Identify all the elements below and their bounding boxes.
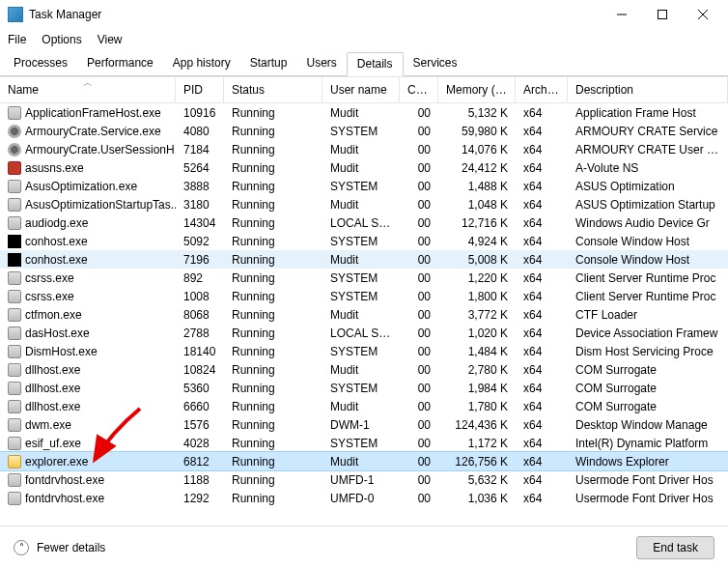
process-cpu: 00	[400, 143, 438, 156]
process-user: Mudit	[322, 400, 400, 413]
process-user: UMFD-0	[322, 492, 400, 505]
tab-app-history[interactable]: App history	[163, 52, 240, 75]
tab-users[interactable]: Users	[296, 52, 346, 75]
table-row[interactable]: dasHost.exe2788RunningLOCAL SE...001,020…	[0, 324, 728, 342]
table-row[interactable]: dwm.exe1576RunningDWM-100124,436 Kx64Des…	[0, 415, 728, 434]
process-status: Running	[224, 382, 322, 395]
process-arch: x64	[516, 253, 568, 267]
process-mem: 1,488 K	[438, 180, 516, 193]
process-desc: Usermode Font Driver Hos	[568, 473, 728, 487]
process-arch: x64	[516, 216, 568, 230]
table-row[interactable]: dllhost.exe5360RunningSYSTEM001,984 Kx64…	[0, 379, 728, 397]
table-row[interactable]: dllhost.exe10824RunningMudit002,780 Kx64…	[0, 360, 728, 379]
process-mem: 24,412 K	[438, 161, 516, 175]
col-name[interactable]: Name︿	[0, 77, 176, 102]
tab-processes[interactable]: Processes	[4, 52, 77, 75]
table-row[interactable]: dllhost.exe6660RunningMudit001,780 Kx64C…	[0, 397, 728, 415]
tab-services[interactable]: Services	[404, 52, 467, 75]
process-arch: x64	[516, 161, 568, 175]
process-icon	[8, 492, 21, 505]
process-name: dllhost.exe	[25, 363, 80, 377]
table-body[interactable]: ApplicationFrameHost.exe10916RunningMudi…	[0, 103, 728, 521]
table-row[interactable]: AsusOptimizationStartupTas...3180Running…	[0, 195, 728, 213]
table-row[interactable]: audiodg.exe14304RunningLOCAL SE...0012,7…	[0, 213, 728, 232]
process-icon	[8, 290, 21, 303]
process-pid: 5360	[176, 382, 224, 395]
col-mem[interactable]: Memory (a...	[438, 77, 516, 102]
fewer-details-button[interactable]: ˄ Fewer details	[14, 540, 105, 555]
menu-view[interactable]: View	[98, 33, 123, 46]
table-row[interactable]: csrss.exe1008RunningSYSTEM001,800 Kx64Cl…	[0, 287, 728, 305]
menu-file[interactable]: File	[8, 33, 26, 46]
maximize-button[interactable]	[651, 3, 674, 26]
process-desc: Device Association Framew	[568, 327, 728, 340]
process-desc: Client Server Runtime Proc	[568, 271, 728, 285]
process-arch: x64	[516, 235, 568, 248]
process-status: Running	[224, 345, 322, 358]
table-row[interactable]: conhost.exe7196RunningMudit005,008 Kx64C…	[0, 250, 728, 269]
process-cpu: 00	[400, 180, 438, 193]
process-name: AsusOptimizationStartupTas...	[25, 198, 176, 212]
process-desc: ASUS Optimization	[568, 180, 728, 193]
table-row[interactable]: fontdrvhost.exe1188RunningUMFD-1005,632 …	[0, 470, 728, 489]
process-arch: x64	[516, 327, 568, 340]
process-user: Mudit	[322, 161, 400, 175]
process-mem: 124,436 K	[438, 418, 516, 432]
process-status: Running	[224, 143, 322, 156]
process-pid: 1576	[176, 418, 224, 432]
process-name: dwm.exe	[25, 418, 71, 432]
process-status: Running	[224, 418, 322, 432]
process-cpu: 00	[400, 216, 438, 230]
tab-startup[interactable]: Startup	[240, 52, 297, 75]
table-row[interactable]: csrss.exe892RunningSYSTEM001,220 Kx64Cli…	[0, 269, 728, 287]
process-cpu: 00	[400, 473, 438, 487]
close-button[interactable]	[691, 3, 714, 26]
table-row[interactable]: explorer.exe6812RunningMudit00126,756 Kx…	[0, 452, 728, 470]
menubar: File Options View	[0, 29, 728, 50]
table-row[interactable]: ArmouryCrate.UserSessionH...7184RunningM…	[0, 140, 728, 158]
process-mem: 1,048 K	[438, 198, 516, 212]
tab-details[interactable]: Details	[347, 52, 404, 76]
col-cpu[interactable]: CPU	[400, 77, 438, 102]
table-row[interactable]: AsusOptimization.exe3888RunningSYSTEM001…	[0, 177, 728, 195]
process-icon	[8, 363, 21, 377]
process-user: SYSTEM	[322, 290, 400, 303]
table-row[interactable]: DismHost.exe18140RunningSYSTEM001,484 Kx…	[0, 342, 728, 360]
process-mem: 1,984 K	[438, 382, 516, 395]
tab-performance[interactable]: Performance	[77, 52, 163, 75]
fewer-details-label: Fewer details	[37, 541, 105, 554]
process-pid: 4080	[176, 125, 224, 138]
process-mem: 2,780 K	[438, 363, 516, 377]
process-status: Running	[224, 235, 322, 248]
col-status[interactable]: Status	[224, 77, 322, 102]
col-pid[interactable]: PID	[176, 77, 224, 102]
table-row[interactable]: ctfmon.exe8068RunningMudit003,772 Kx64CT…	[0, 305, 728, 324]
menu-options[interactable]: Options	[42, 33, 81, 46]
process-pid: 892	[176, 271, 224, 285]
tab-bar: ProcessesPerformanceApp historyStartupUs…	[0, 52, 728, 76]
process-status: Running	[224, 106, 322, 120]
process-desc: COM Surrogate	[568, 363, 728, 377]
svg-rect-1	[658, 11, 667, 19]
process-mem: 1,020 K	[438, 327, 516, 340]
process-cpu: 00	[400, 418, 438, 432]
col-desc[interactable]: Description	[568, 77, 728, 102]
col-user[interactable]: User name	[322, 77, 400, 102]
process-name: esif_uf.exe	[25, 437, 81, 450]
process-icon	[8, 106, 21, 120]
table-row[interactable]: ArmouryCrate.Service.exe4080RunningSYSTE…	[0, 122, 728, 140]
process-cpu: 00	[400, 345, 438, 358]
process-user: SYSTEM	[322, 180, 400, 193]
table-row[interactable]: fontdrvhost.exe1292RunningUMFD-0001,036 …	[0, 489, 728, 507]
table-row[interactable]: asusns.exe5264RunningMudit0024,412 Kx64A…	[0, 158, 728, 177]
process-name: csrss.exe	[25, 290, 74, 303]
table-row[interactable]: esif_uf.exe4028RunningSYSTEM001,172 Kx64…	[0, 434, 728, 452]
table-row[interactable]: conhost.exe5092RunningSYSTEM004,924 Kx64…	[0, 232, 728, 250]
process-desc: Console Window Host	[568, 235, 728, 248]
table-row[interactable]: ApplicationFrameHost.exe10916RunningMudi…	[0, 103, 728, 122]
process-pid: 3888	[176, 180, 224, 193]
minimize-button[interactable]	[610, 3, 633, 26]
process-name: explorer.exe	[25, 455, 88, 469]
end-task-button[interactable]: End task	[636, 536, 714, 559]
col-arch[interactable]: Archite...	[516, 77, 568, 102]
